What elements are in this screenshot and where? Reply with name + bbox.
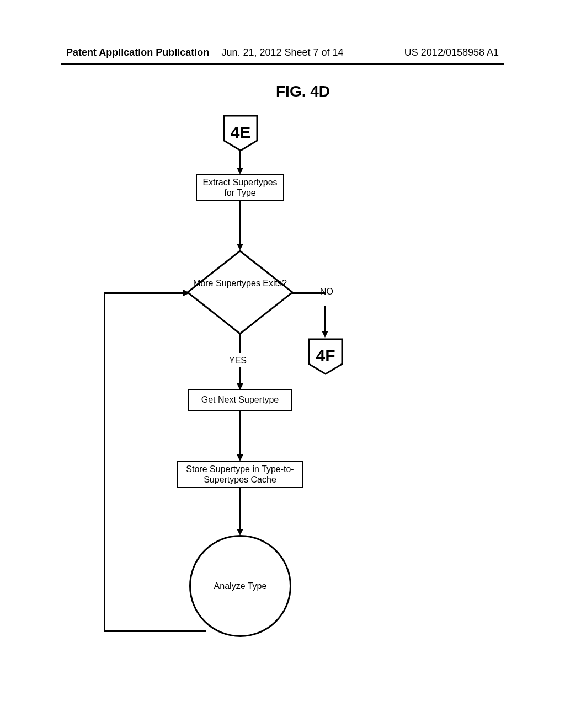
- circle-analyze-label: Analyze Type: [214, 581, 267, 591]
- figure-title: FIG. 4D: [276, 83, 330, 100]
- arrow-head-icon: [183, 290, 190, 296]
- connector-in: 4E: [221, 113, 260, 152]
- arrow-line: [239, 488, 241, 531]
- header-sheet: Jun. 21, 2012 Sheet 7 of 14: [221, 47, 343, 58]
- header-publication: Patent Application Publication: [66, 47, 209, 58]
- circle-analyze-type: Analyze Type: [189, 535, 291, 637]
- decision-label: More Supertypes Exits?: [185, 279, 295, 288]
- arrow-line: [239, 334, 241, 353]
- flowchart-diagram: 4E Extract Supertypes for Type More Supe…: [0, 99, 565, 728]
- box-extract-supertypes: Extract Supertypes for Type: [196, 174, 284, 201]
- connector-in-label: 4E: [221, 123, 260, 142]
- connector-out-label: 4F: [306, 346, 345, 365]
- box-getnext-label: Get Next Supertype: [201, 394, 279, 405]
- label-no: NO: [320, 287, 333, 297]
- arrow-line: [239, 201, 241, 245]
- decision-more-supertypes: More Supertypes Exits?: [185, 248, 295, 336]
- arrow-line: [324, 306, 326, 333]
- page-header: Patent Application Publication Jun. 21, …: [0, 47, 565, 58]
- box-store-label: Store Supertype in Type-to-Supertypes Ca…: [180, 464, 300, 485]
- arrow-line: [239, 367, 241, 385]
- header-divider: [61, 63, 504, 65]
- feedback-line: [104, 630, 206, 632]
- box-extract-label: Extract Supertypes for Type: [199, 177, 281, 198]
- arrow-line: [239, 411, 241, 456]
- feedback-line: [104, 292, 185, 294]
- box-store-supertype: Store Supertype in Type-to-Supertypes Ca…: [177, 461, 303, 488]
- feedback-line: [104, 292, 105, 631]
- label-yes: YES: [229, 356, 247, 366]
- box-get-next-supertype: Get Next Supertype: [188, 389, 292, 411]
- arrow-line: [239, 151, 241, 169]
- header-pubnum: US 2012/0158958 A1: [404, 47, 499, 58]
- connector-out: 4F: [306, 336, 345, 375]
